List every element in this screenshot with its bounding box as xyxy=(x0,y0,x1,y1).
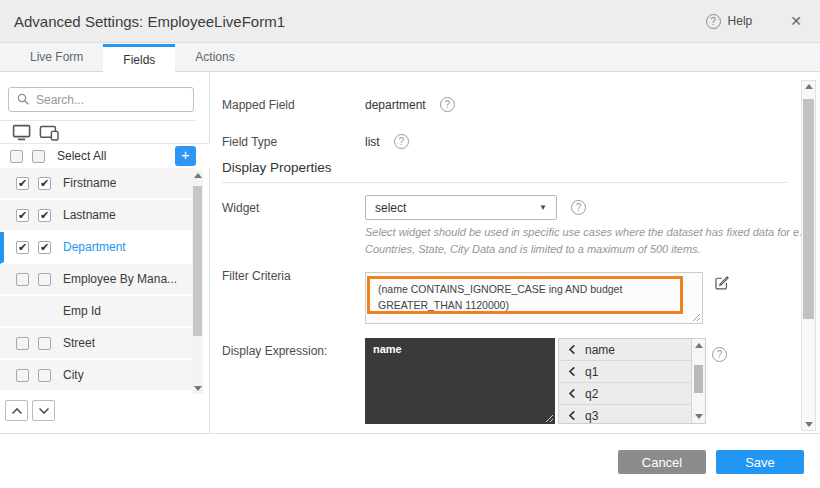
mapped-field-value: department xyxy=(365,98,426,112)
scroll-up-icon[interactable] xyxy=(695,343,703,348)
widget-hint-text: Select widget should be used in specific… xyxy=(365,224,813,257)
tab-bar: Live FormFieldsActions xyxy=(0,43,820,72)
mobile-icon[interactable] xyxy=(39,124,61,141)
search-icon xyxy=(17,93,30,106)
checkbox[interactable] xyxy=(16,273,29,286)
select-all-row: Select All + xyxy=(0,143,210,168)
scroll-up-icon[interactable] xyxy=(194,173,202,178)
resize-grip-icon[interactable] xyxy=(692,313,701,322)
reorder-buttons xyxy=(5,400,55,421)
dialog-body: Select All + ✔✔Firstname✔✔Lastname✔✔Depa… xyxy=(0,72,820,433)
help-icon[interactable]: ? xyxy=(706,14,721,29)
move-up-button[interactable] xyxy=(5,400,28,421)
filter-criteria-label: Filter Criteria xyxy=(222,269,291,283)
field-type-label: Field Type xyxy=(222,135,365,149)
sidebar-scroll-thumb[interactable] xyxy=(193,186,202,336)
field-row-city[interactable]: City xyxy=(0,360,196,392)
mapped-field-label: Mapped Field xyxy=(222,98,365,112)
checkbox[interactable]: ✔ xyxy=(16,177,29,190)
expression-option-q2[interactable]: q2 xyxy=(559,383,691,405)
tab-actions[interactable]: Actions xyxy=(175,43,254,72)
select-all-mobile-checkbox[interactable] xyxy=(32,150,45,163)
widget-row: Widget select ▼ ? xyxy=(222,195,790,220)
checkbox[interactable]: ✔ xyxy=(38,177,51,190)
checkbox[interactable]: ✔ xyxy=(16,241,29,254)
field-row-street[interactable]: Street xyxy=(0,328,196,360)
checkbox[interactable] xyxy=(38,369,51,382)
options-scroll-thumb[interactable] xyxy=(694,365,703,393)
help-icon[interactable]: ? xyxy=(712,347,727,362)
expression-option-label: q2 xyxy=(585,387,598,401)
help-icon[interactable]: ? xyxy=(440,97,455,112)
section-divider xyxy=(222,182,788,183)
chevron-left-icon xyxy=(568,366,576,377)
widget-label: Widget xyxy=(222,201,365,215)
help-icon[interactable]: ? xyxy=(394,134,409,149)
field-list: ✔✔Firstname✔✔Lastname✔✔DepartmentEmploye… xyxy=(0,168,196,392)
field-label: Lastname xyxy=(63,208,116,222)
edit-icon[interactable] xyxy=(713,274,730,291)
main-scroll-thumb[interactable] xyxy=(803,99,814,319)
expression-option-label: name xyxy=(585,343,615,357)
select-all-web-checkbox[interactable] xyxy=(10,150,23,163)
search-input[interactable] xyxy=(36,93,185,107)
main-scrollbar[interactable] xyxy=(801,80,816,431)
expression-option-label: q3 xyxy=(585,409,598,423)
help-icon[interactable]: ? xyxy=(571,200,586,215)
checkbox[interactable]: ✔ xyxy=(16,209,29,222)
checkbox[interactable]: ✔ xyxy=(38,209,51,222)
checkbox[interactable] xyxy=(38,337,51,350)
dialog-footer: Cancel Save xyxy=(0,433,820,488)
expression-option-name[interactable]: name xyxy=(559,339,691,361)
cancel-button[interactable]: Cancel xyxy=(618,450,706,474)
filter-criteria-textarea[interactable]: (name CONTAINS_IGNORE_CASE ing AND budge… xyxy=(365,272,703,324)
expression-options: nameq1q2q3 xyxy=(559,339,691,424)
field-label: Street xyxy=(63,336,95,350)
checkbox[interactable] xyxy=(38,273,51,286)
field-type-value: list xyxy=(365,135,380,149)
scroll-up-icon[interactable] xyxy=(805,84,813,89)
select-all-label: Select All xyxy=(57,149,106,163)
chevron-left-icon xyxy=(568,344,576,355)
add-field-button[interactable]: + xyxy=(175,146,196,166)
search-box[interactable] xyxy=(8,87,194,112)
expression-option-label: q1 xyxy=(585,365,598,379)
checkbox[interactable]: ✔ xyxy=(38,241,51,254)
resize-grip-icon[interactable] xyxy=(545,414,554,423)
display-expression-label: Display Expression: xyxy=(222,344,327,358)
move-down-button[interactable] xyxy=(32,400,55,421)
save-button[interactable]: Save xyxy=(716,450,804,474)
options-scrollbar[interactable] xyxy=(691,339,705,423)
scroll-down-icon[interactable] xyxy=(194,386,202,391)
tab-live-form[interactable]: Live Form xyxy=(10,43,103,72)
field-row-firstname[interactable]: ✔✔Firstname xyxy=(0,168,196,200)
scroll-down-icon[interactable] xyxy=(695,414,703,419)
field-label: Department xyxy=(63,240,126,254)
display-expression-editor[interactable]: name xyxy=(365,338,555,424)
widget-select[interactable]: select ▼ xyxy=(365,195,557,220)
field-properties-panel: Mapped Field department ? Field Type lis… xyxy=(210,72,820,433)
field-row-employee-by-mana[interactable]: Employee By Mana... xyxy=(0,264,196,296)
close-icon[interactable]: ✕ xyxy=(790,13,802,29)
advanced-settings-dialog: Advanced Settings: EmployeeLiveForm1 ? H… xyxy=(0,0,820,488)
display-expression-value: name xyxy=(365,338,555,360)
chevron-left-icon xyxy=(568,388,576,399)
field-label: City xyxy=(63,368,84,382)
scroll-down-icon[interactable] xyxy=(805,422,813,427)
expression-help: ? xyxy=(712,344,727,362)
chevron-down-icon: ▼ xyxy=(539,203,547,212)
checkbox[interactable] xyxy=(16,337,29,350)
expression-option-q1[interactable]: q1 xyxy=(559,361,691,383)
annotation-highlight-box: (name CONTAINS_IGNORE_CASE ing AND budge… xyxy=(367,276,683,314)
desktop-icon[interactable] xyxy=(12,124,32,141)
expression-option-q3[interactable]: q3 xyxy=(559,405,691,424)
checkbox[interactable] xyxy=(16,369,29,382)
dialog-title: Advanced Settings: EmployeeLiveForm1 xyxy=(14,13,285,30)
tab-fields[interactable]: Fields xyxy=(103,44,175,80)
field-row-lastname[interactable]: ✔✔Lastname xyxy=(0,200,196,232)
field-row-emp-id[interactable]: Emp Id xyxy=(0,296,196,328)
field-row-department[interactable]: ✔✔Department xyxy=(0,232,196,264)
sidebar-scrollbar[interactable] xyxy=(192,170,203,394)
help-label[interactable]: Help xyxy=(728,14,753,28)
main-scroll-track[interactable] xyxy=(802,93,815,418)
